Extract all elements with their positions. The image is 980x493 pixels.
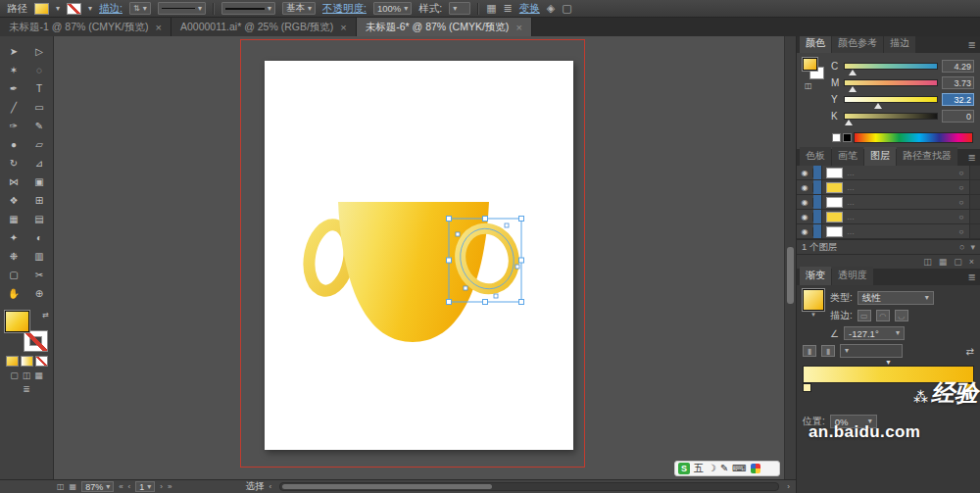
chevron-down-icon[interactable]: ▾ xyxy=(56,5,60,13)
new-sublayer-icon[interactable]: ▦ xyxy=(939,257,948,267)
layer-thumbnail[interactable] xyxy=(826,197,843,208)
magic-wand-tool[interactable]: ✶ xyxy=(1,61,26,79)
layer-target-icon[interactable]: ○ xyxy=(954,227,969,236)
layer-name[interactable]: … xyxy=(847,183,954,192)
slider-thumb[interactable] xyxy=(874,103,882,109)
color-spectrum-bar[interactable] xyxy=(854,132,973,143)
chevron-down-icon[interactable]: ▾ xyxy=(147,483,151,491)
layer-name[interactable]: … xyxy=(847,198,954,207)
eyedropper-tool[interactable]: ✦ xyxy=(1,228,26,247)
direct-selection-tool[interactable]: ▷ xyxy=(26,42,52,61)
layer-edit-column[interactable] xyxy=(969,210,980,223)
hand-tool[interactable]: ✋ xyxy=(1,284,26,303)
chevron-down-icon[interactable]: ▾ xyxy=(803,311,824,319)
layer-row[interactable]: ◉…○ xyxy=(797,210,980,224)
vertical-scrollbar[interactable] xyxy=(784,36,796,479)
free-transform-tool[interactable]: ▣ xyxy=(26,173,52,191)
stroke-gradient-across-icon[interactable]: ◡ xyxy=(895,310,908,321)
artboard-tool[interactable]: ▢ xyxy=(1,266,26,284)
rotate-tool[interactable]: ↻ xyxy=(1,154,26,173)
gradient-tool[interactable]: ▤ xyxy=(26,210,52,228)
chevron-down-icon[interactable]: ▾ xyxy=(88,5,92,13)
layer-selection-strip[interactable] xyxy=(813,195,822,209)
document-tab[interactable]: A0000011.ai* @ 25% (RGB/预览)× xyxy=(172,18,357,36)
screen-mode-icon[interactable]: ≣ xyxy=(23,384,30,394)
gradient-opacity-dropdown[interactable]: ▾ xyxy=(840,344,903,358)
collapse-icon[interactable]: ▾ xyxy=(970,242,975,252)
tab-transparency[interactable]: 透明度 xyxy=(832,267,873,285)
tab-pathfinder[interactable]: 路径查找器 xyxy=(897,147,957,166)
blob-brush-tool[interactable]: ● xyxy=(1,135,26,154)
selection-tool[interactable]: ➤ xyxy=(1,42,26,61)
fill-proxy-swatch[interactable] xyxy=(803,58,817,71)
visibility-eye-icon[interactable]: ◉ xyxy=(797,169,813,177)
stroke-panel-link[interactable]: 描边: xyxy=(99,2,122,16)
mesh-tool[interactable]: ▦ xyxy=(1,210,26,228)
scrollbar-thumb[interactable] xyxy=(282,484,491,489)
close-icon[interactable]: × xyxy=(340,22,346,33)
layer-target-icon[interactable]: ○ xyxy=(954,183,969,192)
layer-name[interactable]: … xyxy=(847,213,954,222)
zoom-tool[interactable]: ⊕ xyxy=(26,284,52,303)
layer-edit-column[interactable] xyxy=(969,195,980,209)
blend-tool[interactable]: ◐ xyxy=(26,228,52,247)
stroke-gradient-along-icon[interactable]: ◠ xyxy=(876,310,890,321)
lasso-tool[interactable]: ◌ xyxy=(26,61,52,79)
draw-inside-icon[interactable]: ▦ xyxy=(34,370,43,380)
layer-name[interactable]: … xyxy=(847,227,954,236)
spinner-icon[interactable]: ⇅ xyxy=(133,5,140,13)
column-graph-tool[interactable]: ▥ xyxy=(26,247,52,266)
layer-thumbnail[interactable] xyxy=(826,182,843,193)
layer-target-icon[interactable]: ○ xyxy=(954,213,969,222)
layer-row[interactable]: ◉…○ xyxy=(797,195,980,210)
draw-behind-icon[interactable]: ◫ xyxy=(23,370,31,380)
ime-moon-icon[interactable]: ☽ xyxy=(708,464,716,473)
brush-definition-dropdown[interactable]: ▾ xyxy=(221,2,275,15)
stroke-weight-input[interactable]: ⇅▾ xyxy=(129,2,151,15)
tab-brushes[interactable]: 画笔 xyxy=(832,147,863,166)
shape-builder-tool[interactable]: ❖ xyxy=(1,191,26,210)
channel-slider[interactable] xyxy=(844,96,938,103)
layer-row[interactable]: ◉…○ xyxy=(797,180,980,195)
fill-swatch-large[interactable] xyxy=(5,311,29,332)
ime-logo-icon[interactable]: S xyxy=(678,463,690,474)
slider-thumb[interactable] xyxy=(845,120,853,125)
opacity-input[interactable]: 100%▾ xyxy=(373,2,412,15)
make-clipping-mask-icon[interactable]: ◫ xyxy=(923,257,932,267)
layer-row[interactable]: ◉…○ xyxy=(797,166,980,180)
zoom-dropdown[interactable]: 87%▾ xyxy=(81,481,114,492)
tab-color[interactable]: 颜色 xyxy=(800,34,831,53)
next-artboard-icon[interactable]: › xyxy=(160,482,163,491)
tab-gradient[interactable]: 渐变 xyxy=(800,267,831,285)
ime-skin-icon[interactable] xyxy=(751,464,760,473)
chevron-down-icon[interactable]: ▾ xyxy=(925,294,929,302)
apply-none-button[interactable] xyxy=(35,356,48,367)
visibility-eye-icon[interactable]: ◉ xyxy=(797,198,813,207)
scrollbar-thumb[interactable] xyxy=(787,247,794,304)
panel-menu-icon[interactable]: ≣ xyxy=(968,271,976,282)
chevron-down-icon[interactable]: ▾ xyxy=(106,483,110,491)
layer-name[interactable]: … xyxy=(847,169,954,177)
chevron-down-icon[interactable]: ▾ xyxy=(308,5,312,13)
recolor-artwork-icon[interactable]: ▦ xyxy=(486,2,496,15)
width-tool[interactable]: ⋈ xyxy=(1,173,26,191)
status-doc-icon[interactable]: ◫ xyxy=(57,482,65,491)
black-swatch[interactable] xyxy=(843,133,852,142)
arrange-icon[interactable]: ▢ xyxy=(562,2,571,15)
channel-slider[interactable] xyxy=(844,63,938,70)
paintbrush-tool[interactable]: ✑ xyxy=(1,117,26,135)
opacity-link[interactable]: 不透明度: xyxy=(322,2,367,16)
slice-tool[interactable]: ✂ xyxy=(26,266,52,284)
chevron-down-icon[interactable]: ▾ xyxy=(198,5,202,13)
stroke-gradient-within-icon[interactable]: ▭ xyxy=(858,310,871,321)
pencil-tool[interactable]: ✎ xyxy=(26,117,52,135)
line-segment-tool[interactable]: ╱ xyxy=(1,98,26,117)
last-artboard-icon[interactable]: » xyxy=(168,482,172,491)
prev-artboard-icon[interactable]: ‹ xyxy=(128,482,131,491)
fill-color-swatch[interactable] xyxy=(34,3,49,15)
layer-edit-column[interactable] xyxy=(969,166,980,179)
width-profile-dropdown[interactable]: ▾ xyxy=(158,2,206,15)
tab-stroke[interactable]: 描边 xyxy=(884,34,915,53)
type-tool[interactable]: T xyxy=(26,79,52,98)
chevron-down-icon[interactable]: ▾ xyxy=(404,5,408,13)
